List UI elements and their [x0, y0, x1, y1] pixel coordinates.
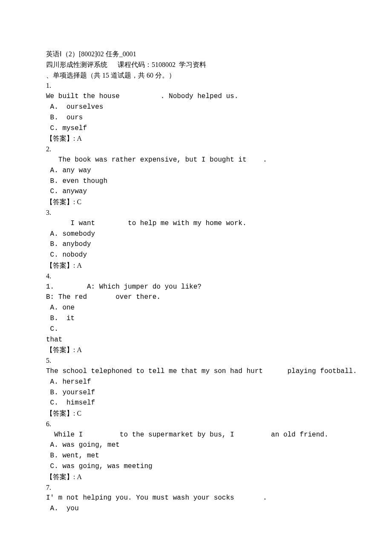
question-text: I want to help me with my home work. [46, 218, 346, 229]
question-text: The school telephoned to tell me that my… [46, 366, 346, 377]
question-option: B. ours [46, 113, 346, 123]
question-number: 7. [46, 483, 346, 493]
question-option: A. ourselves [46, 102, 346, 113]
question-option: B. even though [46, 176, 346, 187]
question-option: A. one [46, 303, 346, 313]
question-text: The book was rather expensive, but I bou… [46, 155, 346, 165]
question-option: C. [46, 324, 346, 335]
question-option: B. yourself [46, 387, 346, 398]
question-option: C. nobody [46, 250, 346, 260]
question-text: 1. A: Which jumper do you like? [46, 282, 346, 292]
answer-line: 【答案】: A [46, 133, 346, 144]
question-text: I' m not helping you. You must wash your… [46, 493, 346, 503]
question-option: that [46, 335, 346, 345]
page: 英语Ⅰ（2）[8002]02 任务_0001 四川形成性测评系统 课程代码：51… [0, 0, 392, 555]
answer-line: 【答案】: A [46, 260, 346, 271]
question-number: 2. [46, 144, 346, 155]
question-option: A. somebody [46, 229, 346, 240]
system-info-line: 四川形成性测评系统 课程代码：5108002 学习资料 [46, 60, 346, 70]
question-number: 1. [46, 81, 346, 91]
question-number: 4. [46, 271, 346, 282]
question-number: 3. [46, 208, 346, 218]
question-option: C. himself [46, 398, 346, 408]
question-option: A. any way [46, 165, 346, 176]
question-option: B. it [46, 313, 346, 324]
question-option: C. was going, was meeting [46, 461, 346, 472]
question-number: 6. [46, 419, 346, 430]
answer-line: 【答案】: A [46, 345, 346, 356]
section-title: 、单项选择题（共 15 道试题，共 60 分。） [46, 70, 346, 81]
question-option: C. myself [46, 123, 346, 134]
answer-line: 【答案】: A [46, 472, 346, 483]
answer-line: 【答案】: C [46, 408, 346, 419]
answer-line: 【答案】: C [46, 197, 346, 208]
question-option: A. you [46, 503, 346, 514]
question-option: A. herself [46, 377, 346, 387]
question-text: While I to the supermarket by bus, I an … [46, 430, 346, 440]
document-title: 英语Ⅰ（2）[8002]02 任务_0001 [46, 49, 346, 60]
question-option: B. went, met [46, 451, 346, 461]
question-text: B: The red over there. [46, 292, 346, 303]
question-text: We built the house . Nobody helped us. [46, 91, 346, 102]
question-option: A. was going, met [46, 440, 346, 451]
question-option: B. anybody [46, 239, 346, 250]
question-option: C. anyway [46, 186, 346, 197]
question-number: 5. [46, 356, 346, 366]
